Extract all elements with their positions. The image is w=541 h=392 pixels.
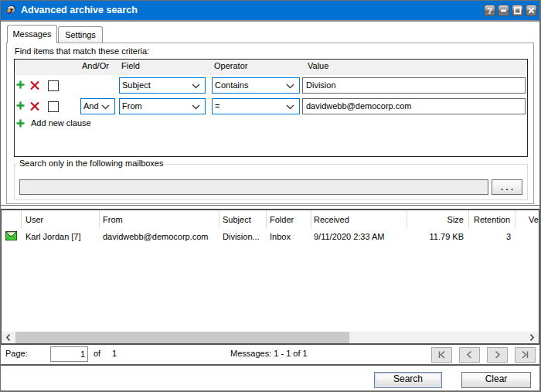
svg-text:?: ? [487,6,492,15]
